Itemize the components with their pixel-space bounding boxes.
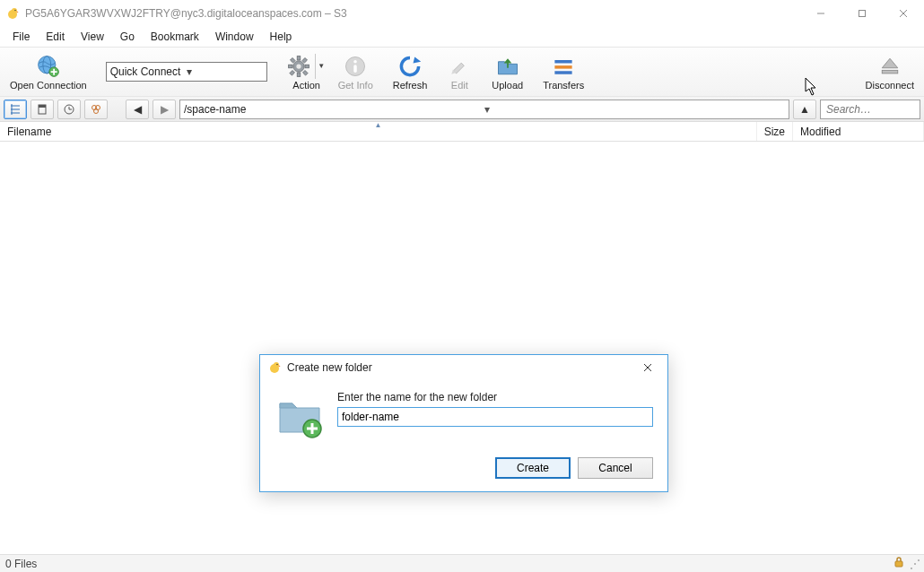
pencil-icon <box>447 54 472 79</box>
status-file-count: 0 Files <box>5 558 37 570</box>
menu-go[interactable]: Go <box>113 29 142 45</box>
refresh-icon <box>397 54 423 79</box>
svg-rect-15 <box>288 65 292 68</box>
open-connection-button[interactable]: Open Connection <box>0 48 97 96</box>
svg-rect-20 <box>290 70 295 75</box>
disconnect-label: Disconnect <box>866 80 914 91</box>
new-folder-icon <box>275 391 325 441</box>
sort-asc-icon: ▲ <box>375 121 382 129</box>
clock-icon <box>64 104 74 115</box>
column-filename[interactable]: Filename ▲ <box>0 122 757 141</box>
svg-rect-14 <box>297 73 301 76</box>
action-label: Action <box>292 80 320 91</box>
refresh-button[interactable]: Refresh <box>383 48 438 96</box>
dialog-close-button[interactable] <box>635 358 660 377</box>
window-minimize-button[interactable] <box>800 0 841 27</box>
status-bar: 0 Files ⋰ <box>0 554 924 572</box>
resize-grip-icon[interactable]: ⋰ <box>910 558 919 570</box>
transfers-label: Transfers <box>543 80 584 91</box>
menu-window[interactable]: Window <box>208 29 261 45</box>
menu-file[interactable]: File <box>5 29 37 45</box>
upload-folder-icon <box>495 54 520 79</box>
svg-rect-19 <box>302 57 308 63</box>
triangle-left-icon: ◀ <box>134 103 142 116</box>
disconnect-button[interactable]: Disconnect <box>856 48 924 96</box>
path-combobox[interactable]: /space-name ▾ <box>179 100 789 119</box>
search-box[interactable] <box>820 100 920 119</box>
menu-edit[interactable]: Edit <box>39 29 72 45</box>
svg-point-21 <box>296 64 301 68</box>
eject-icon <box>877 54 902 79</box>
nav-forward-button[interactable]: ▶ <box>153 100 176 119</box>
get-info-label: Get Info <box>338 80 373 91</box>
list-icon <box>10 104 21 115</box>
triangle-right-icon: ▶ <box>161 103 169 116</box>
folder-name-input[interactable] <box>337 407 653 427</box>
column-modified[interactable]: Modified <box>793 122 924 141</box>
svg-marker-32 <box>882 58 898 68</box>
info-icon <box>343 54 368 79</box>
column-modified-label: Modified <box>800 126 841 138</box>
action-button[interactable]: ▼ Action <box>276 48 328 96</box>
quick-connect-label: Quick Connect <box>110 65 187 78</box>
bonjour-button[interactable] <box>84 100 108 119</box>
search-input[interactable] <box>824 102 924 117</box>
action-dropdown-arrow[interactable]: ▼ <box>315 54 327 79</box>
path-toolbar: ◀ ▶ /space-name ▾ ▲ <box>0 97 924 122</box>
svg-rect-31 <box>555 71 572 74</box>
chevron-down-icon: ▾ <box>187 65 263 78</box>
bookmark-icon <box>37 104 48 115</box>
window-titlebar: PG5A6YGAR3WVXWJ2FTRY@nyc3.digitaloceansp… <box>0 0 924 27</box>
view-list-button[interactable] <box>4 100 27 119</box>
dialog-titlebar: Create new folder <box>260 355 667 380</box>
globe-plus-icon <box>36 54 61 79</box>
refresh-label: Refresh <box>393 80 428 91</box>
open-connection-label: Open Connection <box>10 80 87 91</box>
svg-rect-39 <box>39 105 46 108</box>
edit-label: Edit <box>451 80 468 91</box>
history-button[interactable] <box>57 100 81 119</box>
create-button[interactable]: Create <box>495 457 571 479</box>
svg-point-50 <box>276 364 277 365</box>
svg-rect-4 <box>859 11 866 17</box>
window-close-button[interactable] <box>883 0 924 27</box>
svg-point-49 <box>274 362 279 368</box>
menu-view[interactable]: View <box>74 29 111 45</box>
bonjour-icon <box>91 104 101 115</box>
file-list-headers: Filename ▲ Size Modified <box>0 122 924 142</box>
svg-rect-13 <box>297 56 301 59</box>
column-size-label: Size <box>764 126 785 138</box>
quick-connect-dropdown[interactable]: Quick Connect ▾ <box>106 62 267 82</box>
path-value: /space-name <box>184 103 484 116</box>
svg-rect-24 <box>353 65 357 73</box>
svg-rect-56 <box>895 561 902 567</box>
svg-point-2 <box>14 10 15 11</box>
main-toolbar: Open Connection Quick Connect ▾ ▼ Action <box>0 47 924 97</box>
edit-button[interactable]: Edit <box>437 48 482 96</box>
svg-marker-25 <box>414 56 422 63</box>
dialog-prompt: Enter the name for the new folder <box>337 391 653 403</box>
triangle-up-icon: ▲ <box>799 103 810 116</box>
svg-rect-33 <box>882 70 898 74</box>
svg-rect-17 <box>290 57 295 63</box>
bookmark-button[interactable] <box>31 100 54 119</box>
window-maximize-button[interactable] <box>841 0 883 27</box>
nav-up-button[interactable]: ▲ <box>793 100 816 119</box>
svg-rect-29 <box>555 60 572 64</box>
nav-back-button[interactable]: ◀ <box>126 100 149 119</box>
cancel-button[interactable]: Cancel <box>578 457 653 479</box>
get-info-button[interactable]: Get Info <box>328 48 383 96</box>
gear-icon <box>286 54 311 79</box>
upload-button[interactable]: Upload <box>482 48 533 96</box>
svg-point-23 <box>353 60 357 64</box>
transfers-button[interactable]: Transfers <box>533 48 594 96</box>
svg-point-1 <box>12 8 17 13</box>
menu-help[interactable]: Help <box>263 29 300 45</box>
menubar: File Edit View Go Bookmark Window Help <box>0 27 924 47</box>
svg-rect-16 <box>305 65 309 68</box>
column-size[interactable]: Size <box>757 122 793 141</box>
svg-rect-30 <box>555 65 572 69</box>
file-list-area[interactable]: Create new folder Enter the name for the… <box>0 142 924 554</box>
app-duck-icon <box>5 6 20 21</box>
menu-bookmark[interactable]: Bookmark <box>144 29 206 45</box>
